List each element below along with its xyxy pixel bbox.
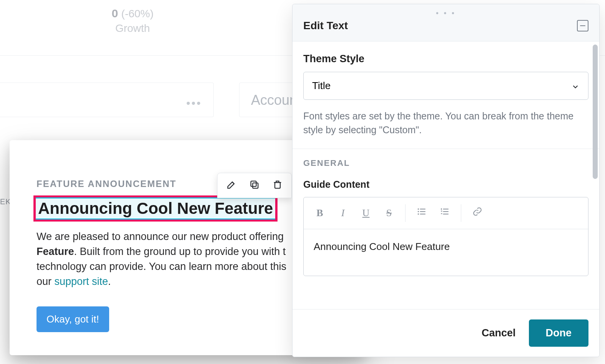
okay-got-it-button[interactable]: Okay, got it! <box>37 306 109 332</box>
metric-percent: (-60%) <box>121 8 154 20</box>
chevron-down-icon <box>571 82 580 90</box>
panel-divider <box>293 149 599 149</box>
copy-icon <box>249 179 260 192</box>
svg-rect-14 <box>441 213 442 214</box>
ordered-list-button[interactable] <box>434 205 455 221</box>
pencil-icon <box>226 179 237 192</box>
guide-title-selection[interactable]: Announcing Cool New Feature <box>33 195 278 222</box>
trash-icon <box>272 179 283 192</box>
list-ol-icon <box>440 207 450 219</box>
copy-button[interactable] <box>243 177 266 194</box>
bold-button[interactable]: B <box>309 205 331 221</box>
svg-point-5 <box>418 213 419 215</box>
metric-value: 0 <box>111 7 118 20</box>
svg-rect-9 <box>443 208 449 209</box>
done-button[interactable]: Done <box>529 319 589 347</box>
metric-label: Growth <box>0 22 265 35</box>
theme-style-value: Title <box>312 80 331 92</box>
guide-body-text-1: We are pleased to announce our new produ… <box>37 231 284 242</box>
guide-body-bold: Feature <box>37 246 74 257</box>
svg-point-3 <box>418 208 419 210</box>
drag-handle-icon[interactable]: • • • <box>436 9 456 18</box>
toolbar-separator <box>461 204 461 222</box>
panel-footer: Cancel Done <box>293 309 599 357</box>
guide-body-after-bold: . Built from the ground up to provide yo… <box>74 246 286 257</box>
guide-title[interactable]: Announcing Cool New Feature <box>38 199 273 218</box>
support-site-link[interactable]: support site <box>55 276 108 287</box>
list-ul-icon <box>417 207 427 219</box>
more-icon[interactable]: ••• <box>186 97 202 110</box>
svg-rect-13 <box>441 211 442 212</box>
rich-text-toolbar: B I U S <box>304 197 588 229</box>
svg-rect-11 <box>443 213 449 214</box>
link-icon <box>472 207 482 219</box>
guide-body-text-4b: . <box>108 276 111 287</box>
edit-button[interactable] <box>220 177 243 194</box>
guide-body-text-4a: our <box>37 276 55 287</box>
rich-text-editor: B I U S <box>303 197 588 276</box>
minus-icon <box>580 25 585 26</box>
svg-rect-8 <box>420 213 425 214</box>
svg-rect-0 <box>253 183 258 188</box>
strikethrough-button[interactable]: S <box>378 205 400 221</box>
collapse-button[interactable] <box>577 20 588 31</box>
svg-rect-10 <box>443 211 449 212</box>
guide-body-text-3: technology can provide. You can learn mo… <box>37 261 286 272</box>
underline-button[interactable]: U <box>355 205 377 221</box>
metric-block: 0 (-60%) Growth <box>0 0 265 35</box>
bg-card-left: ••• <box>0 83 214 117</box>
edit-text-panel: • • • Edit Text Theme Style Title Font s… <box>292 4 600 357</box>
theme-style-label: Theme Style <box>303 53 588 65</box>
bg-card-right-text: Accoun <box>251 92 297 108</box>
svg-point-4 <box>418 211 419 212</box>
link-button[interactable] <box>467 205 488 221</box>
section-general-label: GENERAL <box>303 158 588 168</box>
svg-rect-6 <box>420 208 425 209</box>
svg-rect-2 <box>275 182 280 188</box>
delete-button[interactable] <box>266 177 289 194</box>
unordered-list-button[interactable] <box>411 205 432 221</box>
svg-rect-7 <box>420 211 425 212</box>
toolbar-separator <box>405 204 406 222</box>
italic-button[interactable]: I <box>332 205 354 221</box>
scrollbar-thumb[interactable] <box>593 45 598 179</box>
panel-title: Edit Text <box>303 20 348 32</box>
rich-text-content[interactable]: Announcing Cool New Feature <box>304 229 588 276</box>
svg-rect-12 <box>441 208 442 210</box>
guide-content-label: Guide Content <box>303 179 588 190</box>
svg-rect-1 <box>251 181 256 187</box>
theme-style-select[interactable]: Title <box>303 72 588 100</box>
theme-style-helper: Font styles are set by the theme. You ca… <box>303 109 588 137</box>
panel-scroll-area: Theme Style Title Font styles are set by… <box>293 41 599 309</box>
guide-title-actions <box>217 173 292 198</box>
cancel-button[interactable]: Cancel <box>482 327 516 339</box>
